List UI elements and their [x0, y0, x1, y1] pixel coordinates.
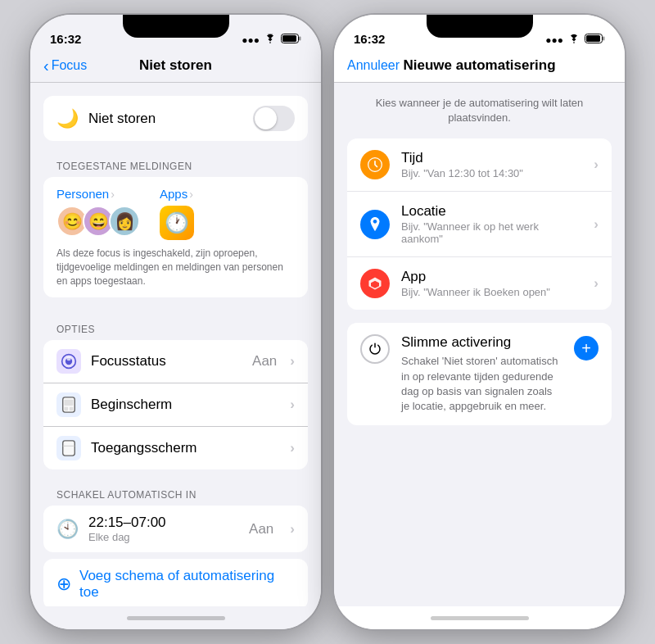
battery-icon-right [585, 34, 605, 46]
add-label[interactable]: Voeg schema of automatisering toe [79, 568, 295, 601]
nav-bar-right: Annuleer Nieuwe automatisering [334, 51, 625, 83]
beginscherm-chevron: › [290, 397, 295, 413]
toggle-knob [255, 107, 277, 129]
locatie-icon [360, 210, 390, 239]
content-left: 🌙 Niet storen TOEGESTANE MELDINGEN Perso… [30, 83, 321, 606]
app-chevron: › [594, 275, 599, 292]
back-button[interactable]: ‹ Focus [43, 57, 87, 75]
svg-rect-7 [65, 400, 74, 406]
niet-storen-toggle-row: 🌙 Niet storen [43, 96, 308, 141]
moon-icon: 🌙 [56, 108, 79, 129]
beginscherm-item[interactable]: Beginscherm › [43, 383, 308, 427]
schedule-chevron: › [290, 521, 295, 537]
nav-bar-left: ‹ Focus Niet storen [30, 51, 321, 83]
app-item[interactable]: App Bijv. "Wanneer ik Boeken open" › [347, 257, 612, 310]
locatie-item[interactable]: Locatie Bijv. "Wanneer ik op het werk aa… [347, 192, 612, 257]
locatie-subtitle: Bijv. "Wanneer ik op het werk aankom" [401, 220, 582, 245]
automation-card: Tijd Bijv. "Van 12:30 tot 14:30" › Locat… [347, 138, 612, 310]
clock-app-icon: 🕐 [160, 206, 194, 240]
niet-storen-switch[interactable] [253, 106, 295, 131]
options-card: Focusstatus Aan › Beginscherm › [43, 340, 308, 469]
allowed-card: Personen › 😊 😄 👩 Apps › [43, 177, 308, 297]
home-bar-left [127, 616, 225, 620]
beginscherm-icon [56, 392, 81, 417]
status-icons-right: ●●● [545, 34, 605, 46]
schedule-card: 🕙 22:15–07:00 Elke dag Aan › [43, 506, 308, 552]
schedule-item[interactable]: 🕙 22:15–07:00 Elke dag Aan › [43, 506, 308, 552]
cancel-button[interactable]: Annuleer [347, 58, 400, 73]
chevron-left-icon: ‹ [43, 57, 49, 75]
smart-add-button[interactable]: + [574, 336, 599, 361]
beginscherm-label: Beginscherm [91, 397, 277, 413]
back-label[interactable]: Focus [52, 58, 88, 73]
schedule-time: 22:15–07:00 [88, 515, 239, 531]
svg-rect-14 [586, 35, 600, 42]
focusstatus-value: Aan [252, 353, 277, 370]
tijd-item[interactable]: Tijd Bijv. "Van 12:30 tot 14:30" › [347, 138, 612, 192]
schedule-clock-icon: 🕙 [56, 519, 79, 540]
time-right: 16:32 [354, 32, 385, 46]
section-options-header: OPTIES [30, 324, 321, 340]
svg-rect-2 [282, 35, 296, 42]
status-icons-left: ●●● [242, 34, 301, 46]
svg-point-5 [67, 357, 71, 361]
add-circle-icon: ⊕ [56, 574, 71, 595]
schedule-text: 22:15–07:00 Elke dag [88, 515, 239, 543]
home-bar-right [431, 616, 529, 620]
apps-item[interactable]: Apps › 🕐 [160, 187, 194, 240]
tijd-chevron: › [594, 156, 599, 173]
home-indicator-right [334, 606, 625, 629]
chevron-right-apps: › [189, 188, 193, 201]
svg-rect-13 [603, 37, 605, 41]
smart-activation-card: Slimme activering Schakel 'Niet storen' … [347, 323, 612, 425]
home-indicator-left [30, 606, 321, 629]
persons-label[interactable]: Personen › [56, 187, 115, 201]
focusstatus-chevron: › [290, 353, 295, 370]
persons-item[interactable]: Personen › 😊 😄 👩 [56, 187, 140, 240]
tijd-text: Tijd Bijv. "Van 12:30 tot 14:30" [401, 150, 582, 179]
svg-rect-8 [65, 407, 69, 411]
avatar-3: 👩 [109, 206, 140, 237]
schedule-value: Aan [249, 521, 273, 537]
automation-desc: Kies wanneer je de automatisering wilt l… [334, 83, 625, 138]
battery-icon [281, 34, 301, 46]
add-schedule-button[interactable]: ⊕ Voeg schema of automatisering toe [43, 559, 308, 606]
notch-right [427, 15, 533, 38]
wifi-icon [264, 34, 277, 46]
section-schedule-header: SCHAKEL AUTOMATISCH IN [30, 489, 321, 506]
smart-desc: Schakel 'Niet storen' automatisch in op … [401, 354, 562, 414]
allowed-desc: Als deze focus is ingeschakeld, zijn opr… [56, 247, 295, 288]
svg-rect-10 [63, 441, 75, 456]
toegangsscherm-chevron: › [290, 440, 295, 456]
smart-title: Slimme activering [401, 334, 562, 351]
wifi-icon-right [567, 34, 580, 46]
focusstatus-label: Focusstatus [91, 353, 242, 370]
persons-avatars: 😊 😄 👩 [56, 206, 140, 237]
time-left: 16:32 [50, 32, 81, 46]
toegangsscherm-icon [56, 436, 81, 460]
content-right: Kies wanneer je de automatisering wilt l… [334, 83, 625, 606]
toegangsscherm-item[interactable]: Toegangsscherm › [43, 427, 308, 469]
app-icon [360, 269, 390, 298]
toegangsscherm-label: Toegangsscherm [91, 440, 277, 456]
focusstatus-icon [56, 349, 81, 374]
signal-icon-right: ●●● [545, 34, 563, 46]
tijd-subtitle: Bijv. "Van 12:30 tot 14:30" [401, 167, 582, 179]
app-text: App Bijv. "Wanneer ik Boeken open" [401, 269, 582, 298]
right-phone: 16:32 ●●● Annuleer Nieuwe automatise [334, 15, 625, 629]
nav-title-right: Nieuwe automatisering [403, 57, 555, 74]
schedule-days: Elke dag [88, 531, 239, 543]
allowed-row: Personen › 😊 😄 👩 Apps › [56, 187, 295, 240]
tijd-title: Tijd [401, 150, 582, 166]
svg-rect-9 [70, 407, 74, 411]
nav-title-left: Niet storen [139, 57, 212, 74]
signal-icon: ●●● [242, 34, 260, 46]
apps-label[interactable]: Apps › [160, 187, 193, 201]
locatie-text: Locatie Bijv. "Wanneer ik op het werk aa… [401, 203, 582, 245]
focusstatus-item[interactable]: Focusstatus Aan › [43, 340, 308, 383]
tijd-icon [360, 150, 390, 179]
svg-rect-1 [299, 37, 301, 41]
apps-icon-wrap: 🕐 [160, 206, 194, 240]
notch [123, 15, 229, 38]
svg-point-16 [373, 220, 377, 224]
